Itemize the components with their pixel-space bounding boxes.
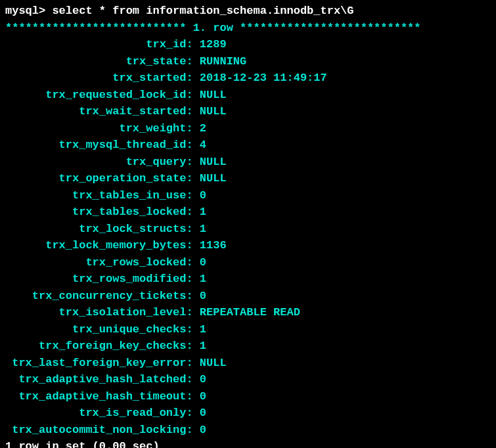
field-value: 1 [200, 273, 206, 285]
field-row: trx_state: RUNNING [5, 53, 491, 70]
field-value: 0 [200, 407, 206, 419]
field-value: 2 [200, 122, 206, 135]
field-row: trx_id: 1289 [5, 36, 491, 53]
field-row: trx_adaptive_hash_timeout: 0 [5, 388, 491, 405]
field-row: trx_autocommit_non_locking: 0 [5, 422, 491, 439]
sql-command-text: select * from information_schema.innodb_… [52, 5, 353, 17]
field-label: trx_isolation_level: [5, 306, 200, 319]
field-value: 0 [200, 373, 206, 386]
field-label: trx_id: [5, 38, 200, 51]
field-label: trx_unique_checks: [5, 323, 200, 336]
field-value: 1136 [200, 239, 227, 252]
field-label: trx_is_read_only: [5, 407, 200, 419]
fields-container: trx_id: 1289 trx_state: RUNNING trx_star… [5, 36, 491, 438]
field-value: 0 [200, 424, 206, 436]
field-label: trx_autocommit_non_locking: [5, 424, 200, 436]
field-label: trx_started: [5, 72, 200, 84]
field-row: trx_lock_memory_bytes: 1136 [5, 237, 491, 254]
field-row: trx_rows_modified: 1 [5, 271, 491, 288]
field-value: RUNNING [200, 55, 246, 68]
field-row: trx_operation_state: NULL [5, 170, 491, 187]
field-label: trx_rows_locked: [5, 256, 200, 269]
field-value: 1 [200, 340, 206, 352]
field-row: trx_weight: 2 [5, 120, 491, 137]
sql-command [45, 5, 52, 17]
field-value: 0 [200, 189, 206, 202]
terminal-output: mysql> select * from information_schema.… [5, 3, 491, 448]
field-label: trx_lock_structs: [5, 223, 200, 235]
field-value: NULL [200, 105, 227, 118]
field-value: 1 [200, 206, 206, 218]
field-value: 0 [200, 290, 206, 302]
field-row: trx_is_read_only: 0 [5, 405, 491, 422]
field-row: trx_wait_started: NULL [5, 103, 491, 120]
field-label: trx_rows_modified: [5, 273, 200, 285]
field-label: trx_adaptive_hash_latched: [5, 373, 200, 386]
command-line: mysql> select * from information_schema.… [5, 3, 491, 20]
field-label: trx_wait_started: [5, 105, 200, 118]
result-footer: 1 row in set (0.00 sec) [5, 438, 491, 448]
field-row: trx_lock_structs: 1 [5, 221, 491, 238]
field-value: 0 [200, 390, 206, 403]
field-label: trx_weight: [5, 122, 200, 135]
mysql-prompt: mysql> [5, 5, 45, 17]
field-label: trx_adaptive_hash_timeout: [5, 390, 200, 403]
field-row: trx_mysql_thread_id: 4 [5, 137, 491, 154]
field-label: trx_lock_memory_bytes: [5, 239, 200, 252]
field-row: trx_query: NULL [5, 154, 491, 171]
field-value: NULL [200, 89, 227, 101]
field-row: trx_adaptive_hash_latched: 0 [5, 371, 491, 388]
field-row: trx_foreign_key_checks: 1 [5, 338, 491, 355]
field-row: trx_tables_in_use: 0 [5, 187, 491, 204]
field-value: NULL [200, 156, 227, 168]
field-value: 2018-12-23 11:49:17 [200, 72, 327, 84]
field-label: trx_concurrency_tickets: [5, 290, 200, 302]
separator-right: *************************** [240, 22, 420, 34]
field-row: trx_requested_lock_id: NULL [5, 87, 491, 104]
field-label: trx_tables_in_use: [5, 189, 200, 202]
row-separator: *************************** 1. row *****… [5, 20, 491, 37]
field-label: trx_last_foreign_key_error: [5, 357, 200, 369]
field-label: trx_operation_state: [5, 172, 200, 185]
field-value: 1 [200, 323, 206, 336]
field-label: trx_tables_locked: [5, 206, 200, 218]
field-value: 4 [200, 139, 206, 151]
field-row: trx_tables_locked: 1 [5, 204, 491, 221]
field-value: 1 [200, 223, 206, 235]
field-label: trx_foreign_key_checks: [5, 340, 200, 352]
field-row: trx_last_foreign_key_error: NULL [5, 355, 491, 372]
field-label: trx_query: [5, 156, 200, 168]
field-label: trx_requested_lock_id: [5, 89, 200, 101]
field-row: trx_rows_locked: 0 [5, 254, 491, 271]
separator-mid: 1. row [186, 22, 240, 34]
field-row: trx_unique_checks: 1 [5, 321, 491, 338]
field-value: NULL [200, 357, 227, 369]
field-row: trx_concurrency_tickets: 0 [5, 288, 491, 305]
field-value: 1289 [200, 38, 227, 51]
separator-left: *************************** [5, 22, 186, 34]
field-row: trx_started: 2018-12-23 11:49:17 [5, 70, 491, 87]
field-row: trx_isolation_level: REPEATABLE READ [5, 304, 491, 321]
field-label: trx_state: [5, 55, 200, 68]
field-value: NULL [200, 172, 227, 185]
field-value: 0 [200, 256, 206, 269]
field-value: REPEATABLE READ [200, 306, 300, 319]
field-label: trx_mysql_thread_id: [5, 139, 200, 151]
